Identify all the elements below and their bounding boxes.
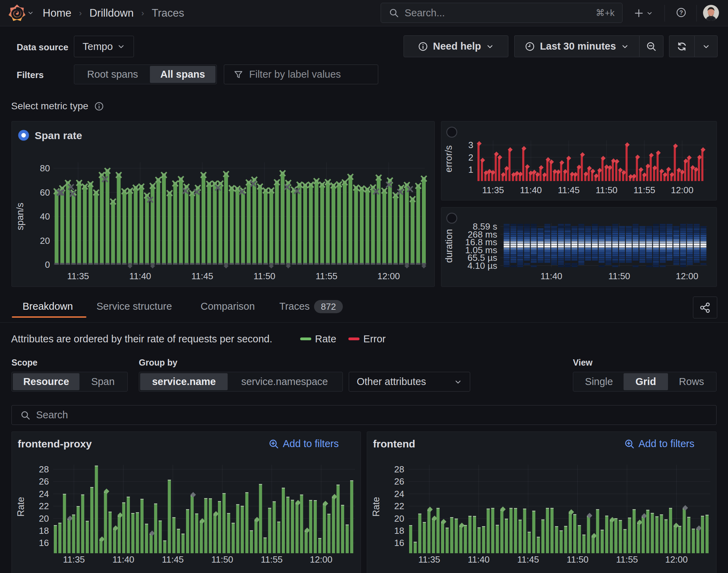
svg-text:40: 40	[40, 211, 50, 222]
svg-text:11:50: 11:50	[567, 554, 589, 565]
svg-text:11:35: 11:35	[418, 554, 440, 565]
svg-text:11:50: 11:50	[211, 554, 233, 565]
svg-text:?: ?	[679, 9, 683, 16]
svg-text:11:45: 11:45	[517, 554, 539, 565]
svg-text:11:55: 11:55	[315, 271, 337, 281]
svg-text:20: 20	[39, 513, 49, 524]
svg-text:11:40: 11:40	[468, 554, 490, 565]
svg-text:2: 2	[468, 152, 473, 163]
svg-text:11:35: 11:35	[63, 554, 85, 565]
svg-text:18: 18	[39, 525, 49, 536]
svg-text:28: 28	[394, 464, 404, 474]
svg-text:11:45: 11:45	[191, 271, 213, 281]
svg-text:11:40: 11:40	[129, 271, 151, 281]
svg-text:20: 20	[394, 513, 404, 524]
svg-text:12:00: 12:00	[310, 554, 332, 565]
svg-text:11:45: 11:45	[162, 554, 184, 565]
svg-text:1: 1	[468, 164, 473, 175]
svg-text:11:50: 11:50	[253, 271, 275, 281]
svg-text:Span rate: Span rate	[35, 130, 82, 141]
svg-text:11:55: 11:55	[633, 185, 655, 195]
svg-text:11:40: 11:40	[520, 185, 542, 195]
svg-text:26: 26	[394, 476, 404, 487]
svg-text:22: 22	[39, 501, 49, 511]
svg-text:11:50: 11:50	[595, 185, 617, 195]
svg-text:12:00: 12:00	[671, 185, 693, 195]
svg-text:20: 20	[40, 236, 50, 246]
svg-text:24: 24	[39, 489, 49, 499]
svg-text:span/s: span/s	[15, 203, 25, 230]
svg-text:11:50: 11:50	[608, 271, 630, 281]
svg-text:80: 80	[40, 163, 50, 173]
svg-text:0: 0	[45, 259, 50, 270]
svg-text:3: 3	[468, 140, 473, 150]
svg-text:26: 26	[39, 476, 49, 487]
svg-text:4.10 µs: 4.10 µs	[467, 260, 497, 271]
svg-text:11:55: 11:55	[261, 554, 282, 565]
svg-text:11:40: 11:40	[540, 271, 562, 281]
svg-text:11:35: 11:35	[67, 271, 89, 281]
svg-text:11:35: 11:35	[482, 185, 504, 195]
svg-text:12:00: 12:00	[676, 271, 698, 281]
svg-text:28: 28	[39, 464, 49, 474]
svg-text:12:00: 12:00	[665, 554, 688, 565]
svg-text:11:45: 11:45	[558, 185, 579, 195]
svg-text:Rate: Rate	[371, 497, 381, 516]
svg-text:Rate: Rate	[16, 497, 26, 516]
svg-text:11:55: 11:55	[616, 554, 638, 565]
svg-text:60: 60	[40, 187, 50, 198]
svg-text:24: 24	[394, 489, 404, 499]
svg-text:22: 22	[394, 501, 404, 511]
svg-text:11:40: 11:40	[112, 554, 134, 565]
svg-text:16: 16	[39, 538, 49, 548]
svg-text:12:00: 12:00	[377, 271, 400, 281]
svg-text:16: 16	[394, 538, 404, 548]
svg-text:duration: duration	[444, 229, 454, 263]
svg-text:error/s: error/s	[443, 145, 454, 172]
svg-text:18: 18	[394, 525, 404, 536]
